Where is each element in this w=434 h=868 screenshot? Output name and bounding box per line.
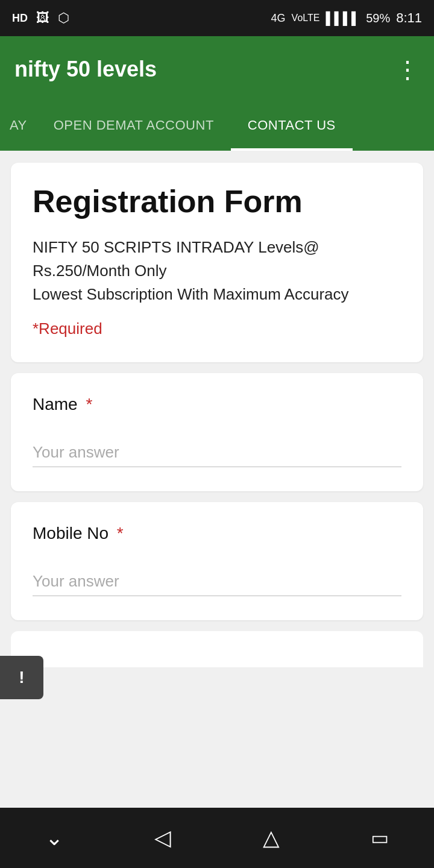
tab-ay[interactable]: AY — [0, 102, 37, 151]
signal-icon: ▌▌▌▌ — [326, 11, 360, 25]
partial-card — [11, 631, 423, 667]
status-bar-right: 4G VoLTE ▌▌▌▌ 59% 8:11 — [271, 10, 422, 26]
battery-percent: 59% — [366, 11, 390, 25]
tab-contact-us-label: CONTACT US — [248, 118, 336, 133]
time-display: 8:11 — [396, 10, 422, 26]
nav-home[interactable]: △ — [247, 820, 295, 856]
image-icon: 🖼 — [36, 10, 49, 26]
name-required-asterisk: * — [81, 395, 93, 414]
bottom-nav: ⌄ ◁ △ ▭ — [0, 808, 434, 868]
alert-icon: ! — [19, 668, 24, 687]
mobile-required-asterisk: * — [112, 524, 124, 542]
status-bar-left: HD 🖼 ⬡ — [12, 10, 69, 26]
name-input[interactable] — [33, 438, 401, 467]
registration-card: Registration Form NIFTY 50 SCRIPTS INTRA… — [11, 163, 423, 362]
status-bar: HD 🖼 ⬡ 4G VoLTE ▌▌▌▌ 59% 8:11 — [0, 0, 434, 36]
network-4g-icon: 4G — [271, 12, 286, 25]
alert-button[interactable]: ! — [0, 656, 43, 699]
app-title: nifty 50 levels — [14, 57, 157, 82]
volte-icon: VoLTE — [292, 13, 320, 24]
tab-open-demat-label: OPEN DEMAT ACCOUNT — [54, 118, 214, 133]
registration-desc-text: NIFTY 50 SCRIPTS INTRADAY Levels@ Rs.250… — [33, 238, 349, 303]
usb-icon: ⬡ — [58, 10, 69, 26]
nav-back[interactable]: ◁ — [139, 820, 187, 856]
required-indicator: *Required — [33, 319, 401, 338]
menu-button[interactable]: ⋮ — [395, 55, 420, 83]
mobile-label: Mobile No * — [33, 524, 401, 543]
tab-contact-us[interactable]: CONTACT US — [231, 102, 353, 151]
tab-open-demat[interactable]: OPEN DEMAT ACCOUNT — [37, 102, 231, 151]
app-bar: nifty 50 levels ⋮ — [0, 36, 434, 102]
recents-icon: ▭ — [371, 826, 389, 849]
tab-bar: AY OPEN DEMAT ACCOUNT CONTACT US — [0, 102, 434, 151]
home-icon: △ — [263, 825, 280, 851]
download-icon: ⌄ — [45, 825, 63, 851]
tab-ay-label: AY — [10, 118, 27, 133]
nav-download[interactable]: ⌄ — [30, 820, 78, 856]
mobile-input[interactable] — [33, 567, 401, 596]
registration-title: Registration Form — [33, 184, 401, 219]
name-field-card: Name * — [11, 373, 423, 491]
registration-desc: NIFTY 50 SCRIPTS INTRADAY Levels@ Rs.250… — [33, 236, 401, 306]
hd-icon: HD — [12, 12, 28, 25]
back-icon: ◁ — [154, 825, 171, 851]
content-area: Registration Form NIFTY 50 SCRIPTS INTRA… — [0, 151, 434, 679]
nav-recents[interactable]: ▭ — [356, 820, 404, 856]
mobile-field-card: Mobile No * — [11, 502, 423, 620]
name-label: Name * — [33, 395, 401, 414]
